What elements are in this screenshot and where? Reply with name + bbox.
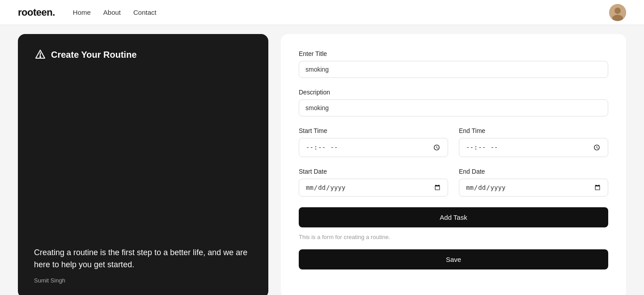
start-date-label: Start Date bbox=[299, 168, 448, 175]
panel-quote: Creating a routine is the first step to … bbox=[34, 247, 252, 271]
end-date-group: End Date bbox=[459, 168, 608, 197]
start-time-input[interactable] bbox=[299, 138, 448, 157]
left-panel: Create Your Routine Creating a routine i… bbox=[18, 34, 268, 295]
nav-link-home[interactable]: Home bbox=[73, 9, 91, 16]
panel-header: Create Your Routine bbox=[34, 48, 252, 61]
description-group: Description bbox=[299, 89, 608, 116]
avatar-image bbox=[609, 4, 626, 21]
end-date-label: End Date bbox=[459, 168, 608, 175]
start-date-input[interactable] bbox=[299, 179, 448, 197]
nav-item-home[interactable]: Home bbox=[73, 9, 91, 17]
navbar: rooteen. Home About Contact bbox=[0, 0, 644, 25]
main-content: Create Your Routine Creating a routine i… bbox=[0, 25, 644, 295]
nav-links: Home About Contact bbox=[73, 9, 157, 17]
routine-icon bbox=[34, 48, 47, 61]
nav-link-contact[interactable]: Contact bbox=[133, 9, 157, 16]
time-row: Start Time End Time bbox=[299, 127, 608, 157]
save-button[interactable]: Save bbox=[299, 249, 608, 269]
title-group: Enter Title bbox=[299, 50, 608, 78]
nav-item-contact[interactable]: Contact bbox=[133, 9, 157, 17]
panel-title: Create Your Routine bbox=[51, 50, 137, 60]
right-panel: Enter Title Description Start Time End T… bbox=[281, 34, 626, 295]
title-label: Enter Title bbox=[299, 50, 608, 57]
svg-point-5 bbox=[40, 56, 41, 57]
add-task-button[interactable]: Add Task bbox=[299, 207, 608, 227]
nav-item-about[interactable]: About bbox=[103, 9, 121, 17]
end-date-input[interactable] bbox=[459, 179, 608, 197]
start-date-group: Start Date bbox=[299, 168, 448, 197]
title-input[interactable] bbox=[299, 61, 608, 78]
start-time-group: Start Time bbox=[299, 127, 448, 157]
end-time-label: End Time bbox=[459, 127, 608, 134]
date-row: Start Date End Date bbox=[299, 168, 608, 197]
svg-point-1 bbox=[614, 8, 621, 14]
nav-link-about[interactable]: About bbox=[103, 9, 121, 16]
panel-bottom: Creating a routine is the first step to … bbox=[34, 247, 252, 284]
start-time-label: Start Time bbox=[299, 127, 448, 134]
end-time-input[interactable] bbox=[459, 138, 608, 157]
form-hint: This is a form for creating a routine. bbox=[299, 234, 608, 240]
navbar-left: rooteen. Home About Contact bbox=[18, 7, 157, 18]
panel-author: Sumit Singh bbox=[34, 277, 252, 284]
brand-logo[interactable]: rooteen. bbox=[18, 7, 55, 18]
description-label: Description bbox=[299, 89, 608, 96]
avatar[interactable] bbox=[609, 4, 626, 21]
description-input[interactable] bbox=[299, 99, 608, 116]
end-time-group: End Time bbox=[459, 127, 608, 157]
